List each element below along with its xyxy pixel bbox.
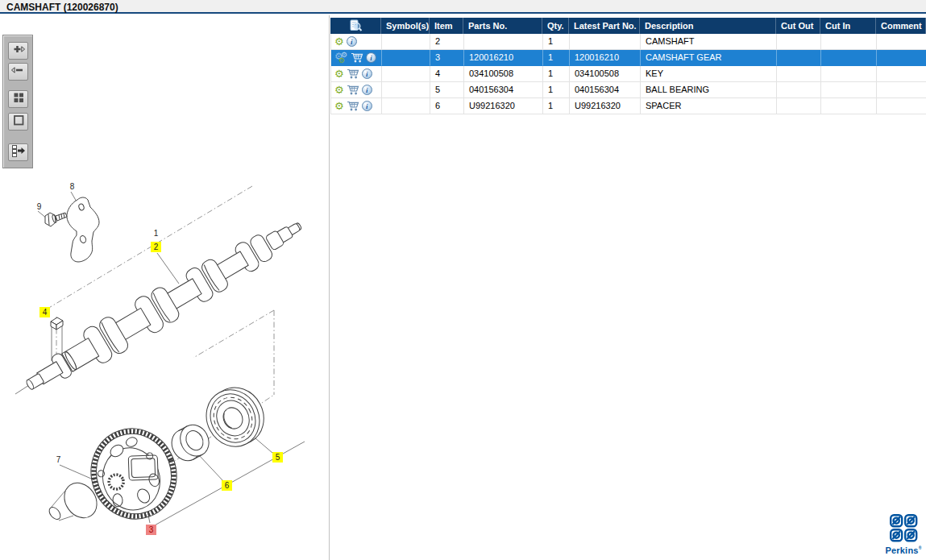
cell-symbols[interactable]	[382, 82, 430, 98]
zoom-out-button[interactable]	[8, 63, 28, 81]
cell-cut_in[interactable]	[821, 98, 877, 114]
cell-cut_out[interactable]	[777, 82, 821, 98]
cell-qty[interactable]: 1	[543, 66, 570, 82]
header-cell-description: Description	[640, 18, 776, 34]
perkins-logo: Perkins®	[883, 513, 924, 555]
cell-cut_out[interactable]	[777, 34, 821, 50]
cell-comment[interactable]	[877, 98, 926, 114]
header-cell-cut_in: Cut In	[820, 18, 876, 34]
callout-9[interactable]: 9	[34, 201, 44, 212]
cell-cut_in[interactable]	[821, 66, 877, 82]
callout-5[interactable]: 5	[272, 452, 283, 463]
cell-description[interactable]: CAMSHAFT GEAR	[641, 50, 777, 66]
cell-qty[interactable]: 1	[543, 34, 570, 50]
cell-icons[interactable]: ⚙i	[331, 34, 382, 50]
cell-icons[interactable]: ⚙⚙⚙i	[331, 50, 382, 66]
page-title: CAMSHAFT (120026870)	[6, 2, 118, 13]
cell-parts_no[interactable]: 034100508	[464, 66, 543, 82]
cell-icons[interactable]: ⚙i	[331, 82, 382, 98]
cart-icon[interactable]	[351, 52, 363, 63]
cell-parts_no[interactable]: U99216320	[464, 98, 543, 114]
cell-comment[interactable]	[877, 50, 926, 66]
cell-description[interactable]: SPACER	[641, 98, 777, 114]
table-row[interactable]: ⚙⚙⚙i31200162101120016210CAMSHAFT GEAR	[330, 50, 926, 66]
cell-latest_part_no[interactable]	[570, 34, 641, 50]
callout-2[interactable]: 2	[151, 242, 161, 252]
cell-icons[interactable]: ⚙i	[331, 98, 382, 114]
cell-parts_no[interactable]: 040156304	[464, 82, 543, 98]
cell-item[interactable]: 5	[430, 82, 464, 98]
toggle-panel-button[interactable]	[8, 143, 28, 161]
fit-view-icon	[12, 114, 25, 130]
table-row[interactable]: ⚙i50401563041040156304BALL BEARING	[330, 82, 926, 98]
zoom-in-icon	[10, 43, 26, 59]
cell-latest_part_no[interactable]: 034100508	[570, 66, 641, 82]
cell-cut_out[interactable]	[777, 66, 821, 82]
header-cell-qty: Qty.	[542, 18, 569, 34]
header-cell-item: Item	[430, 18, 463, 34]
gear-cluster-icon[interactable]: ⚙⚙⚙	[334, 52, 348, 64]
cart-icon[interactable]	[347, 85, 359, 95]
cart-icon[interactable]	[347, 101, 359, 111]
diagram-pane	[0, 15, 329, 560]
table-header-row: Symbol(s)ItemParts No.Qty.Latest Part No…	[330, 18, 926, 34]
gear-icon[interactable]: ⚙	[334, 36, 344, 47]
cell-comment[interactable]	[877, 34, 926, 50]
callout-8[interactable]: 8	[67, 181, 77, 192]
cell-qty[interactable]: 1	[543, 50, 570, 66]
cart-icon[interactable]	[347, 68, 359, 79]
cell-symbols[interactable]	[382, 34, 430, 50]
cell-item[interactable]: 3	[430, 50, 464, 66]
callout-6[interactable]: 6	[222, 480, 232, 491]
info-icon[interactable]: i	[362, 68, 372, 79]
cell-item[interactable]: 4	[430, 66, 464, 82]
gear-icon[interactable]: ⚙	[334, 85, 344, 95]
cell-item[interactable]: 6	[430, 98, 464, 114]
header-cell-parts_no: Parts No.	[463, 18, 542, 34]
callout-1[interactable]: 1	[151, 228, 161, 239]
cell-qty[interactable]: 1	[543, 98, 570, 114]
cell-description[interactable]: CAMSHAFT	[641, 34, 777, 50]
perkins-logo-icon	[889, 513, 918, 542]
cell-description[interactable]: BALL BEARING	[641, 82, 777, 98]
gear-icon[interactable]: ⚙	[334, 101, 344, 111]
callout-4[interactable]: 4	[39, 307, 50, 317]
gear-icon[interactable]: ⚙	[334, 68, 344, 79]
cell-symbols[interactable]	[382, 66, 430, 82]
cell-icons[interactable]: ⚙i	[331, 66, 382, 82]
table-row[interactable]: ⚙i40341005081034100508KEY	[330, 66, 926, 82]
cell-description[interactable]: KEY	[641, 66, 777, 82]
cell-comment[interactable]	[877, 66, 926, 82]
cell-symbols[interactable]	[382, 50, 430, 66]
cell-latest_part_no[interactable]: 120016210	[570, 50, 641, 66]
tile-view-button[interactable]	[8, 90, 28, 108]
info-icon[interactable]: i	[366, 52, 376, 63]
callout-7[interactable]: 7	[53, 454, 64, 465]
cell-item[interactable]: 2	[430, 34, 464, 50]
header-cell-cut_out: Cut Out	[776, 18, 820, 34]
cell-parts_no[interactable]	[464, 34, 543, 50]
cell-cut_out[interactable]	[777, 50, 821, 66]
cell-comment[interactable]	[877, 82, 926, 98]
cell-latest_part_no[interactable]: U99216320	[570, 98, 641, 114]
cell-cut_in[interactable]	[821, 34, 877, 50]
info-icon[interactable]: i	[347, 36, 357, 47]
zoom-out-icon	[10, 64, 26, 80]
zoom-in-button[interactable]	[8, 42, 28, 60]
callout-3[interactable]: 3	[146, 525, 156, 535]
pane-divider	[329, 15, 330, 560]
table-row[interactable]: ⚙i21CAMSHAFT	[330, 34, 926, 50]
table-row[interactable]: ⚙i6U992163201U99216320SPACER	[330, 98, 926, 114]
info-icon[interactable]: i	[362, 85, 372, 95]
cell-symbols[interactable]	[382, 98, 430, 114]
info-icon[interactable]: i	[362, 101, 372, 111]
cell-cut_out[interactable]	[777, 98, 821, 114]
cell-cut_in[interactable]	[821, 50, 877, 66]
header-cell-icon	[330, 18, 381, 34]
bolt-part	[45, 213, 67, 226]
cell-qty[interactable]: 1	[543, 82, 570, 98]
cell-parts_no[interactable]: 120016210	[464, 50, 543, 66]
fit-view-button[interactable]	[8, 113, 28, 131]
cell-cut_in[interactable]	[821, 82, 877, 98]
cell-latest_part_no[interactable]: 040156304	[570, 82, 641, 98]
